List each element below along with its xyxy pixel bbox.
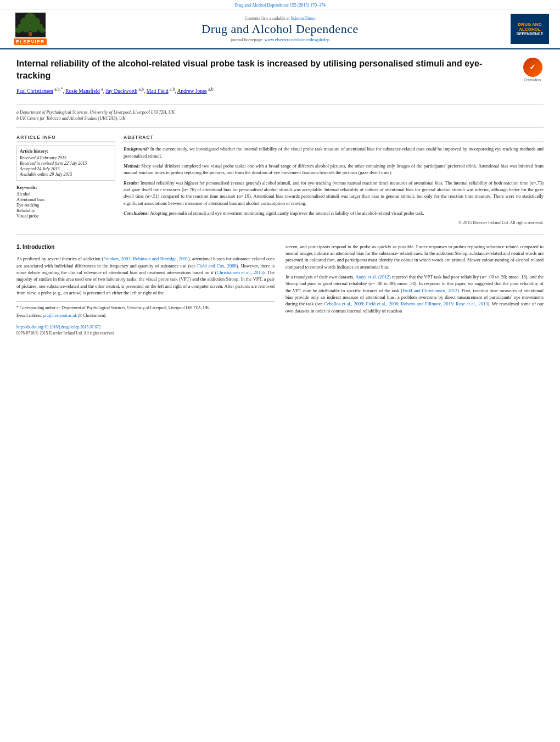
authors: Paul Christiansen a,b,*, Rosie Mansfield… — [16, 87, 513, 94]
top-banner: Drug and Alcohol Dependence 155 (2015) 1… — [0, 0, 560, 9]
article-history-box: Article history: Received 4 February 201… — [16, 146, 115, 181]
issn: 0376-8716/© 2015 Elsevier Ireland Ltd. A… — [16, 331, 275, 337]
author-field[interactable]: Matt Field — [147, 88, 169, 94]
background-text: In the current study, we investigated wh… — [124, 146, 544, 158]
received-date: Received 4 February 2015 — [20, 155, 112, 160]
journal-center: Contents lists available at ScienceDirec… — [49, 16, 511, 42]
footnotes: * Corresponding author at: Department of… — [16, 302, 275, 319]
article-title-section: Internal reliability of the alcohol-rela… — [16, 58, 544, 104]
elsevier-tree-image — [15, 13, 46, 37]
svg-point-10 — [39, 27, 46, 33]
keyword-1: Alcohol — [16, 192, 115, 197]
footnote-email-link[interactable]: prc@liverpool.ac.uk — [43, 313, 77, 318]
ref-field-christiansen[interactable]: Field and Christiansen, 2012 — [402, 288, 457, 293]
journal-reference: Drug and Alcohol Dependence 155 (2015) 1… — [234, 3, 326, 8]
results-text: Internal reliability was highest for per… — [124, 180, 544, 206]
article-title: Internal reliability of the alcohol-rela… — [16, 58, 513, 81]
intro-heading: 1. Introduction — [16, 243, 275, 252]
ref-roberts[interactable]: Roberts and Fillmore, 2015; — [401, 301, 454, 306]
copyright: © 2015 Elsevier Ireland Ltd. All rights … — [124, 220, 544, 226]
science-direct-anchor[interactable]: ScienceDirect — [291, 16, 316, 21]
received-revised-date: Received in revised form 22 July 2015 — [20, 161, 112, 166]
article-info-heading: Article Info — [16, 135, 115, 142]
keywords-title: Keywords: — [16, 185, 115, 190]
logo-line2: DEPENDENCE — [517, 32, 544, 36]
intro-para1: As predicted by several theories of addi… — [16, 255, 275, 296]
keyword-2: Attentional bias — [16, 197, 115, 202]
journal-homepage: journal homepage: www.elsevier.com/locat… — [49, 37, 511, 42]
svg-rect-11 — [29, 32, 32, 36]
ref-robinson[interactable]: Robinson and Berridge, 2001 — [133, 256, 188, 261]
journal-header: ELSEVIER Contents lists available at Sci… — [0, 9, 560, 49]
crossmark: ✓ CrossMark — [522, 58, 544, 82]
keywords-box: Keywords: Alcohol Attentional bias Eye-t… — [16, 185, 115, 219]
journal-title: Drug and Alcohol Dependence — [49, 22, 511, 36]
article-title-text: Internal reliability of the alcohol-rela… — [16, 58, 513, 98]
doi-anchor[interactable]: http://dx.doi.org/10.1016/j.drugalcdep.2… — [16, 325, 101, 330]
abstract-results: Results: Internal reliability was highes… — [124, 180, 544, 207]
affiliations: a Department of Psychological Sciences, … — [16, 110, 544, 128]
body-col-left: 1. Introduction As predicted by several … — [16, 243, 275, 337]
abstract-method: Method: Sixty social drinkers completed … — [124, 163, 544, 176]
abstract-background: Background: In the current study, we inv… — [124, 146, 544, 159]
crossmark-text: CrossMark — [524, 78, 541, 82]
article-content: Internal reliability of the alcohol-rela… — [0, 49, 560, 345]
footnote-email: E-mail address: prc@liverpool.ac.uk (P. … — [16, 313, 275, 319]
body-right-para2: In a reanalysis of their own datasets, A… — [285, 274, 544, 314]
ref-ceballos[interactable]: Ceballos et al., 2009; — [324, 301, 364, 306]
footnote-corresponding: * Corresponding author at: Department of… — [16, 305, 275, 311]
author-christiansen[interactable]: Paul Christiansen — [16, 88, 53, 94]
conclusions-text: Adopting personalised stimuli and eye mo… — [150, 210, 424, 216]
keyword-4: Reliability — [16, 208, 115, 213]
author-mansfield[interactable]: Rosie Mansfield — [65, 88, 100, 94]
svg-point-8 — [22, 26, 31, 32]
abstract-heading: Abstract — [124, 135, 544, 142]
elsevier-text: ELSEVIER — [14, 38, 47, 45]
history-title: Article history: — [20, 149, 112, 154]
abstract-text: Background: In the current study, we inv… — [124, 146, 544, 226]
page-footer: http://dx.doi.org/10.1016/j.drugalcdep.2… — [16, 325, 275, 337]
author-duckworth[interactable]: Jay Duckworth — [105, 88, 137, 94]
affiliation-b: b UK Centre for Tobacco and Alcohol Stud… — [16, 116, 544, 121]
elsevier-logo: ELSEVIER — [11, 13, 49, 45]
journal-logo-right: DRUG AND ALCOHOL DEPENDENCE — [511, 14, 549, 44]
doi-link: http://dx.doi.org/10.1016/j.drugalcdep.2… — [16, 325, 275, 331]
method-label: Method: — [124, 163, 140, 169]
ref-ataya[interactable]: Ataya et al. (2012) — [355, 274, 390, 280]
article-info-abstract: Article Info Article history: Received 4… — [16, 135, 544, 235]
affiliation-a: a Department of Psychological Sciences, … — [16, 110, 544, 115]
author-jones[interactable]: Andrew Jones — [177, 88, 207, 94]
keyword-3: Eye-tracking — [16, 203, 115, 208]
ref-christiansen[interactable]: Christiansen et al., 2015 — [216, 270, 263, 275]
body-right-para1: screen, and participants respond to the … — [285, 243, 544, 270]
ref-franken[interactable]: Franken, 2003; — [103, 256, 132, 261]
ref-field-cox[interactable]: Field and Cox, 2008 — [197, 263, 237, 269]
ref-field-2006[interactable]: Field et al., 2006; — [366, 301, 399, 306]
crossmark-logo: ✓ — [523, 58, 542, 77]
conclusions-label: Conclusions: — [124, 210, 149, 216]
body-col-right: screen, and participants respond to the … — [285, 243, 544, 337]
method-text: Sixty social drinkers completed two visu… — [124, 163, 544, 175]
body-section: 1. Introduction As predicted by several … — [16, 243, 544, 337]
svg-point-9 — [30, 26, 38, 32]
accepted-date: Accepted 24 July 2015 — [20, 166, 112, 171]
article-info: Article Info Article history: Received 4… — [16, 135, 115, 226]
ref-rose[interactable]: Rose et al., 2013 — [456, 301, 488, 306]
abstract-conclusions: Conclusions: Adopting personalised stimu… — [124, 210, 544, 216]
results-label: Results: — [124, 180, 139, 186]
science-direct-link: Contents lists available at ScienceDirec… — [49, 16, 511, 21]
homepage-link[interactable]: www.elsevier.com/locate/drugalcdep — [265, 37, 329, 42]
available-online-date: Available online 29 July 2015 — [20, 172, 112, 177]
abstract: Abstract Background: In the current stud… — [124, 135, 544, 226]
keyword-5: Visual probe — [16, 214, 115, 219]
background-label: Background: — [124, 146, 149, 152]
logo-line1: DRUG AND ALCOHOL — [513, 22, 547, 32]
